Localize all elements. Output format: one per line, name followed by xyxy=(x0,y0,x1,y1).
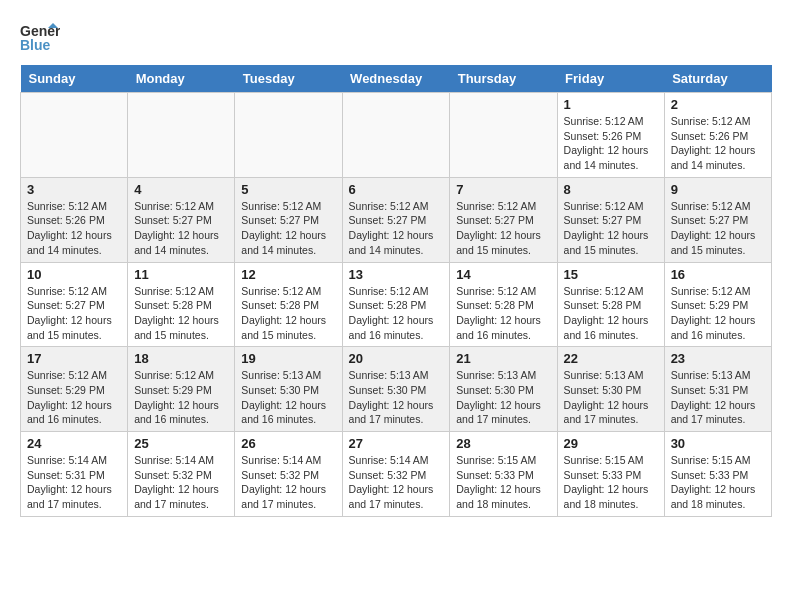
day-number: 20 xyxy=(349,351,444,366)
calendar-cell: 16Sunrise: 5:12 AMSunset: 5:29 PMDayligh… xyxy=(664,262,771,347)
day-info: Sunrise: 5:12 AMSunset: 5:28 PMDaylight:… xyxy=(134,284,228,343)
day-info: Sunrise: 5:12 AMSunset: 5:27 PMDaylight:… xyxy=(564,199,658,258)
day-info: Sunrise: 5:14 AMSunset: 5:31 PMDaylight:… xyxy=(27,453,121,512)
day-info: Sunrise: 5:13 AMSunset: 5:31 PMDaylight:… xyxy=(671,368,765,427)
calendar-cell: 19Sunrise: 5:13 AMSunset: 5:30 PMDayligh… xyxy=(235,347,342,432)
calendar-week-row: 24Sunrise: 5:14 AMSunset: 5:31 PMDayligh… xyxy=(21,432,772,517)
day-number: 8 xyxy=(564,182,658,197)
calendar-cell: 2Sunrise: 5:12 AMSunset: 5:26 PMDaylight… xyxy=(664,93,771,178)
day-number: 5 xyxy=(241,182,335,197)
day-info: Sunrise: 5:12 AMSunset: 5:28 PMDaylight:… xyxy=(564,284,658,343)
calendar-cell: 26Sunrise: 5:14 AMSunset: 5:32 PMDayligh… xyxy=(235,432,342,517)
day-info: Sunrise: 5:13 AMSunset: 5:30 PMDaylight:… xyxy=(456,368,550,427)
day-info: Sunrise: 5:13 AMSunset: 5:30 PMDaylight:… xyxy=(564,368,658,427)
day-number: 7 xyxy=(456,182,550,197)
calendar-table: SundayMondayTuesdayWednesdayThursdayFrid… xyxy=(20,65,772,517)
day-number: 1 xyxy=(564,97,658,112)
day-info: Sunrise: 5:14 AMSunset: 5:32 PMDaylight:… xyxy=(349,453,444,512)
day-info: Sunrise: 5:12 AMSunset: 5:29 PMDaylight:… xyxy=(27,368,121,427)
day-info: Sunrise: 5:12 AMSunset: 5:26 PMDaylight:… xyxy=(27,199,121,258)
calendar-week-row: 17Sunrise: 5:12 AMSunset: 5:29 PMDayligh… xyxy=(21,347,772,432)
day-info: Sunrise: 5:12 AMSunset: 5:27 PMDaylight:… xyxy=(27,284,121,343)
day-number: 28 xyxy=(456,436,550,451)
day-number: 18 xyxy=(134,351,228,366)
day-number: 26 xyxy=(241,436,335,451)
calendar-cell: 12Sunrise: 5:12 AMSunset: 5:28 PMDayligh… xyxy=(235,262,342,347)
day-info: Sunrise: 5:14 AMSunset: 5:32 PMDaylight:… xyxy=(134,453,228,512)
calendar-cell: 28Sunrise: 5:15 AMSunset: 5:33 PMDayligh… xyxy=(450,432,557,517)
day-number: 21 xyxy=(456,351,550,366)
logo-icon: General Blue xyxy=(20,20,60,55)
calendar-cell xyxy=(450,93,557,178)
day-info: Sunrise: 5:14 AMSunset: 5:32 PMDaylight:… xyxy=(241,453,335,512)
day-info: Sunrise: 5:12 AMSunset: 5:27 PMDaylight:… xyxy=(671,199,765,258)
calendar-cell: 22Sunrise: 5:13 AMSunset: 5:30 PMDayligh… xyxy=(557,347,664,432)
day-number: 11 xyxy=(134,267,228,282)
day-info: Sunrise: 5:15 AMSunset: 5:33 PMDaylight:… xyxy=(671,453,765,512)
day-number: 24 xyxy=(27,436,121,451)
calendar-cell: 5Sunrise: 5:12 AMSunset: 5:27 PMDaylight… xyxy=(235,177,342,262)
day-number: 15 xyxy=(564,267,658,282)
day-info: Sunrise: 5:15 AMSunset: 5:33 PMDaylight:… xyxy=(564,453,658,512)
calendar-cell: 4Sunrise: 5:12 AMSunset: 5:27 PMDaylight… xyxy=(128,177,235,262)
calendar-cell: 10Sunrise: 5:12 AMSunset: 5:27 PMDayligh… xyxy=(21,262,128,347)
column-header-wednesday: Wednesday xyxy=(342,65,450,93)
column-header-thursday: Thursday xyxy=(450,65,557,93)
day-info: Sunrise: 5:12 AMSunset: 5:29 PMDaylight:… xyxy=(671,284,765,343)
day-info: Sunrise: 5:12 AMSunset: 5:27 PMDaylight:… xyxy=(241,199,335,258)
calendar-cell: 24Sunrise: 5:14 AMSunset: 5:31 PMDayligh… xyxy=(21,432,128,517)
day-info: Sunrise: 5:12 AMSunset: 5:27 PMDaylight:… xyxy=(349,199,444,258)
calendar-cell: 29Sunrise: 5:15 AMSunset: 5:33 PMDayligh… xyxy=(557,432,664,517)
column-header-saturday: Saturday xyxy=(664,65,771,93)
svg-text:Blue: Blue xyxy=(20,37,51,53)
calendar-cell: 18Sunrise: 5:12 AMSunset: 5:29 PMDayligh… xyxy=(128,347,235,432)
day-number: 22 xyxy=(564,351,658,366)
calendar-cell: 8Sunrise: 5:12 AMSunset: 5:27 PMDaylight… xyxy=(557,177,664,262)
column-header-tuesday: Tuesday xyxy=(235,65,342,93)
calendar-week-row: 10Sunrise: 5:12 AMSunset: 5:27 PMDayligh… xyxy=(21,262,772,347)
calendar-cell: 7Sunrise: 5:12 AMSunset: 5:27 PMDaylight… xyxy=(450,177,557,262)
day-number: 29 xyxy=(564,436,658,451)
calendar-cell xyxy=(21,93,128,178)
day-number: 3 xyxy=(27,182,121,197)
calendar-cell: 3Sunrise: 5:12 AMSunset: 5:26 PMDaylight… xyxy=(21,177,128,262)
day-number: 25 xyxy=(134,436,228,451)
day-info: Sunrise: 5:12 AMSunset: 5:26 PMDaylight:… xyxy=(564,114,658,173)
calendar-cell: 13Sunrise: 5:12 AMSunset: 5:28 PMDayligh… xyxy=(342,262,450,347)
calendar-cell: 1Sunrise: 5:12 AMSunset: 5:26 PMDaylight… xyxy=(557,93,664,178)
day-info: Sunrise: 5:12 AMSunset: 5:27 PMDaylight:… xyxy=(134,199,228,258)
column-header-monday: Monday xyxy=(128,65,235,93)
day-number: 19 xyxy=(241,351,335,366)
day-number: 2 xyxy=(671,97,765,112)
calendar-cell: 15Sunrise: 5:12 AMSunset: 5:28 PMDayligh… xyxy=(557,262,664,347)
calendar-cell: 20Sunrise: 5:13 AMSunset: 5:30 PMDayligh… xyxy=(342,347,450,432)
day-number: 27 xyxy=(349,436,444,451)
day-info: Sunrise: 5:13 AMSunset: 5:30 PMDaylight:… xyxy=(241,368,335,427)
column-header-friday: Friday xyxy=(557,65,664,93)
day-info: Sunrise: 5:12 AMSunset: 5:26 PMDaylight:… xyxy=(671,114,765,173)
calendar-cell: 17Sunrise: 5:12 AMSunset: 5:29 PMDayligh… xyxy=(21,347,128,432)
day-number: 30 xyxy=(671,436,765,451)
calendar-cell xyxy=(128,93,235,178)
page-header: General Blue xyxy=(20,20,772,55)
day-number: 12 xyxy=(241,267,335,282)
day-number: 10 xyxy=(27,267,121,282)
day-number: 14 xyxy=(456,267,550,282)
day-number: 23 xyxy=(671,351,765,366)
calendar-header-row: SundayMondayTuesdayWednesdayThursdayFrid… xyxy=(21,65,772,93)
column-header-sunday: Sunday xyxy=(21,65,128,93)
calendar-cell: 9Sunrise: 5:12 AMSunset: 5:27 PMDaylight… xyxy=(664,177,771,262)
day-number: 9 xyxy=(671,182,765,197)
day-number: 17 xyxy=(27,351,121,366)
calendar-cell xyxy=(342,93,450,178)
day-number: 4 xyxy=(134,182,228,197)
day-number: 16 xyxy=(671,267,765,282)
day-number: 13 xyxy=(349,267,444,282)
logo: General Blue xyxy=(20,20,64,55)
calendar-cell: 25Sunrise: 5:14 AMSunset: 5:32 PMDayligh… xyxy=(128,432,235,517)
day-info: Sunrise: 5:12 AMSunset: 5:28 PMDaylight:… xyxy=(349,284,444,343)
calendar-cell: 11Sunrise: 5:12 AMSunset: 5:28 PMDayligh… xyxy=(128,262,235,347)
calendar-week-row: 3Sunrise: 5:12 AMSunset: 5:26 PMDaylight… xyxy=(21,177,772,262)
calendar-cell: 6Sunrise: 5:12 AMSunset: 5:27 PMDaylight… xyxy=(342,177,450,262)
calendar-cell: 14Sunrise: 5:12 AMSunset: 5:28 PMDayligh… xyxy=(450,262,557,347)
